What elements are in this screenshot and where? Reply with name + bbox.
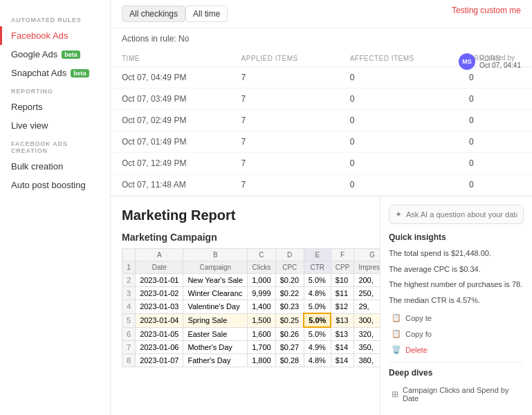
col-letter-F: F [331, 249, 354, 261]
sidebar-item-label: Live view [11, 120, 48, 131]
rule-info: Actions in rule: No [111, 31, 532, 46]
history-row: Oct 07, 02:49 PM700 [111, 110, 532, 131]
spreadsheet-row: 22023-01-01New Year's Sale1,000$0.205.0%… [122, 274, 380, 287]
header-row-num: 1 [122, 261, 136, 274]
history-col-affected-items: AFFECTED ITEMS [339, 50, 458, 67]
sidebar-item-label: Auto post boosting [11, 180, 86, 190]
action-label: Copy fo [405, 330, 432, 338]
action-btn-copy-te[interactable]: 📋Copy te [389, 311, 524, 324]
sidebar-item-facebook-ads[interactable]: Facebook Ads [0, 26, 110, 45]
sidebar-item-label: Google Ads [11, 49, 57, 59]
ai-sparkle-icon: ✦ [395, 210, 402, 219]
row-num-header [122, 249, 136, 261]
insight-item: The highest number of purchases is 78. [389, 279, 524, 290]
copy-icon: 📋 [392, 329, 401, 338]
ai-panel: ✦ Quick insights The total spend is $21,… [380, 196, 532, 415]
testing-label: Testing custom me [452, 6, 521, 15]
history-row: Oct 07, 11:48 AM700 [111, 174, 532, 196]
sidebar: Automated RulesFacebook AdsGoogle Adsbet… [0, 0, 111, 415]
sidebar-item-label: Reports [11, 102, 43, 112]
spreadsheet-col-ctr: CTR [304, 261, 331, 274]
ai-search-box[interactable]: ✦ [389, 205, 524, 224]
main-content: All checkingsAll time Testing custom me … [111, 0, 532, 415]
action-label: Delete [405, 346, 428, 354]
history-row: Oct 07, 03:49 PM700 [111, 89, 532, 110]
spreadsheet-col-impres: Impres... [354, 261, 380, 274]
grid-icon: ⊞ [392, 389, 398, 399]
action-btn-copy-fo[interactable]: 📋Copy fo [389, 327, 524, 340]
sidebar-section-label: Reporting [0, 82, 110, 98]
sidebar-section-label: Automated Rules [0, 11, 110, 26]
divider [389, 362, 524, 362]
spreadsheet-col-clicks: Clicks [248, 261, 276, 274]
sidebar-item-bulk-creation[interactable]: Bulk creation [0, 157, 110, 176]
filter-btn-all-checkings[interactable]: All checkings [122, 6, 185, 22]
actions-label: Actions in rule: No [122, 34, 189, 44]
filter-bar: All checkingsAll time Testing custom me [111, 0, 532, 28]
sidebar-item-live-view[interactable]: Live view [0, 116, 110, 135]
deep-dive-item-campaign-clicks[interactable]: ⊞Campaign Clicks and Spend by Date [389, 383, 524, 405]
insight-item: The average CPC is $0.34. [389, 264, 524, 275]
action-label: Copy te [405, 314, 432, 322]
col-letter-C: C [248, 249, 276, 261]
campaign-subtitle: Marketing Campaign [122, 232, 380, 243]
spreadsheet-row: 42023-01-03Valentine's Day1,400$0.235.0%… [122, 300, 380, 314]
history-table: TIMEAPPLIED ITEMSAFFECTED ITEMSERRORS Oc… [111, 50, 532, 196]
sidebar-item-reports[interactable]: Reports [0, 98, 110, 116]
report-title: Marketing Report [122, 208, 380, 223]
sidebar-badge: beta [71, 69, 89, 77]
filter-btn-all-time[interactable]: All time [185, 6, 228, 22]
sidebar-badge: beta [62, 50, 80, 59]
quick-insights-title: Quick insights [389, 232, 524, 242]
insight-item: The total spend is $21,448.00. [389, 248, 524, 259]
sidebar-item-label: Facebook Ads [11, 30, 68, 41]
sidebar-item-label: Snapchat Ads [11, 68, 66, 78]
updated-date: Oct 07, 04:41 [479, 62, 521, 69]
sidebar-item-google-ads[interactable]: Google Adsbeta [0, 45, 110, 64]
avatar: MS [459, 53, 475, 70]
deep-dive-label: Campaign Clicks and Spend by Date [403, 386, 521, 403]
updated-by-section: MS Updated by Oct 07, 04:41 [459, 53, 521, 70]
deep-dives-title: Deep dives [389, 368, 524, 378]
insight-item: The median CTR is 4.57%. [389, 295, 524, 306]
updated-by-label: Updated by [479, 54, 521, 62]
spreadsheet-col-campaign: Campaign [183, 261, 248, 274]
spreadsheet-col-cpc: CPC [275, 261, 304, 274]
spreadsheet-row: 32023-01-02Winter Clearanc9,999$0.224.8%… [122, 287, 380, 300]
copy-icon: 📋 [392, 313, 401, 322]
spreadsheet-row: 82023-01-07Father's Day1,800$0.284.8%$14… [122, 354, 380, 367]
history-col-applied-items: APPLIED ITEMS [230, 50, 339, 67]
spreadsheet-row: 72023-01-06Mother's Day1,700$0.274.9%$14… [122, 341, 380, 354]
sidebar-item-snapchat-ads[interactable]: Snapchat Adsbeta [0, 64, 110, 82]
top-panel: All checkingsAll time Testing custom me … [111, 0, 532, 196]
delete-icon: 🗑️ [392, 345, 401, 354]
col-letter-A: A [136, 249, 183, 261]
spreadsheet-panel: Marketing Report Marketing Campaign ABCD… [111, 196, 380, 415]
sidebar-section-label: Facebook Ads Creation [0, 135, 110, 157]
col-letter-D: D [275, 249, 304, 261]
sidebar-item-auto-post-boosting[interactable]: Auto post boosting [0, 176, 110, 194]
ai-search-input[interactable] [406, 210, 517, 219]
history-col-time: TIME [111, 50, 230, 67]
spreadsheet-col-cpp: CPP [331, 261, 354, 274]
history-row: Oct 07, 04:49 PM700 [111, 67, 532, 89]
history-row: Oct 07, 12:49 PM700 [111, 153, 532, 174]
spreadsheet-table: ABCDEFG1DateCampaignClicksCPCCTRCPPImpre… [122, 248, 380, 367]
history-row: Oct 07, 01:49 PM700 [111, 131, 532, 153]
spreadsheet-row: 52023-01-04Spring Sale1,500$0.255.0%$133… [122, 313, 380, 327]
col-letter-E: E [304, 249, 331, 261]
col-letter-G: G [354, 249, 380, 261]
action-btn-delete[interactable]: 🗑️Delete [389, 343, 524, 356]
col-letter-B: B [183, 249, 248, 261]
bottom-section: Marketing Report Marketing Campaign ABCD… [111, 196, 532, 415]
spreadsheet-row: 62023-01-05Easter Sale1,600$0.265.0%$133… [122, 327, 380, 341]
sidebar-item-label: Bulk creation [11, 161, 63, 172]
spreadsheet-col-date: Date [136, 261, 183, 274]
